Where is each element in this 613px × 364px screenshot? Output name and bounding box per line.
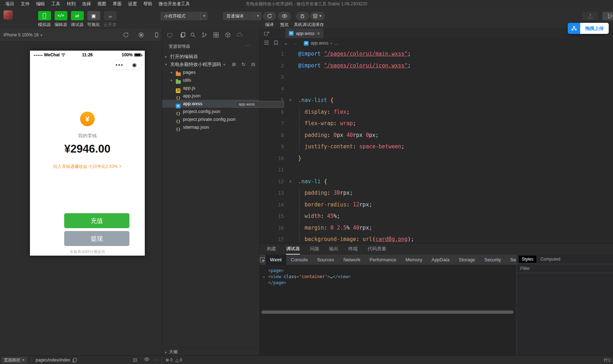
bug-icon[interactable] bbox=[133, 357, 138, 363]
menu-item[interactable]: 转到 bbox=[63, 0, 79, 8]
phone-mode-icon[interactable] bbox=[154, 32, 159, 38]
menu-item[interactable]: 文件 bbox=[17, 0, 33, 8]
panel-tab-代码质量[interactable]: 代码质量 bbox=[368, 243, 386, 255]
tree-item-app.json[interactable]: {}app.json bbox=[162, 92, 259, 100]
close-icon[interactable]: × bbox=[317, 31, 320, 36]
preview-button[interactable] bbox=[278, 12, 291, 20]
tree-item-pages[interactable]: ▸pages bbox=[162, 68, 259, 76]
more-icon[interactable]: ··· bbox=[245, 43, 251, 48]
layout-icon[interactable]: ▣ bbox=[87, 11, 100, 20]
styles-tab-Styles[interactable]: Styles bbox=[519, 256, 536, 263]
nav-back-icon[interactable]: ← bbox=[284, 41, 288, 46]
wxml-node-0[interactable]: <page> bbox=[263, 268, 516, 274]
menu-item[interactable]: 编辑 bbox=[33, 0, 48, 8]
devtools-tab-Security[interactable]: Security bbox=[480, 255, 506, 265]
menu-item[interactable]: 工具 bbox=[48, 0, 63, 8]
detach-window-icon[interactable] bbox=[167, 32, 173, 38]
wxml-node-1[interactable]: ▸<view class="container">…</view> bbox=[263, 274, 516, 280]
more-icon[interactable]: ●●● bbox=[112, 63, 127, 67]
devtools-tab-Console[interactable]: Console bbox=[286, 255, 313, 265]
devtools-tab-Sources[interactable]: Sources bbox=[312, 255, 339, 265]
compile-mode-select[interactable]: 普通编译 ▼ bbox=[223, 12, 261, 20]
styles-filter[interactable]: Filter bbox=[517, 264, 613, 273]
close-capsule-icon[interactable]: ◉ bbox=[127, 62, 142, 68]
problem-counts[interactable]: ⊗ 0 △ 0 bbox=[165, 356, 182, 364]
record-icon[interactable] bbox=[138, 32, 144, 38]
fold-icon[interactable]: ∨ bbox=[287, 176, 294, 188]
more-icon[interactable]: ··· bbox=[154, 357, 160, 363]
upload-button[interactable] bbox=[582, 12, 598, 20]
cloud-icon[interactable] bbox=[236, 32, 242, 38]
eye-icon[interactable] bbox=[144, 357, 150, 363]
clear-cache-button[interactable]: ▼ bbox=[310, 12, 325, 20]
devtools-tab-Performance[interactable]: Performance bbox=[365, 255, 401, 265]
promo-link[interactable]: 转入零钱通赚收益 七日年化2.43% > bbox=[30, 164, 145, 170]
outline-list-icon[interactable] bbox=[264, 40, 270, 46]
tree-item-project.private.config.json[interactable]: {}project.private.config.json bbox=[162, 116, 259, 123]
tree-item-utils[interactable]: ▸utils bbox=[162, 76, 259, 84]
phone-icon[interactable] bbox=[38, 11, 51, 20]
device-debug-button[interactable] bbox=[296, 12, 309, 20]
recharge-button[interactable]: 充值 bbox=[64, 213, 129, 228]
collapse-all-icon[interactable]: ⊟ bbox=[251, 61, 256, 68]
menu-item[interactable]: 设置 bbox=[125, 0, 140, 8]
code-icon[interactable]: </> bbox=[55, 11, 67, 20]
fold-icon[interactable]: ∨ bbox=[287, 94, 294, 106]
page-path-selector[interactable]: 页面路径 ▼ bbox=[2, 357, 27, 363]
inspect-element-icon[interactable] bbox=[260, 255, 265, 265]
files-icon[interactable] bbox=[180, 32, 186, 38]
devtools-tab-Network[interactable]: Network bbox=[339, 255, 365, 265]
tree-project-root[interactable]: ▾充电余额特效小程序源码＋⊞↻⊟ bbox=[162, 61, 259, 68]
menu-item[interactable]: 微信开发者工具 bbox=[155, 0, 193, 8]
page-path: pages/index/index bbox=[36, 356, 77, 364]
withdraw-button[interactable]: 提现 bbox=[64, 231, 129, 246]
rotate-icon[interactable] bbox=[123, 32, 129, 38]
new-file-icon[interactable]: ＋ bbox=[222, 61, 227, 68]
search-icon[interactable] bbox=[190, 32, 196, 38]
debug-icon[interactable]: ⇄ bbox=[71, 11, 84, 20]
tab-app-wxss[interactable]: ≈ app.wxss × bbox=[285, 29, 323, 38]
code-area[interactable]: 1@import "/pages/colorui/main.wxss";2@im… bbox=[260, 48, 613, 243]
device-selector[interactable]: iPhone 5 100% 16 ▼ bbox=[4, 29, 43, 42]
mode-select[interactable]: 小程序模式 ▼ bbox=[160, 12, 208, 20]
refresh-icon[interactable]: ↻ bbox=[241, 61, 246, 68]
wxml-node-2[interactable]: </page> bbox=[263, 280, 516, 286]
tree-item-app.js[interactable]: JSapp.js bbox=[162, 84, 259, 92]
horizontal-scrollbar[interactable] bbox=[261, 311, 514, 314]
new-window-icon[interactable] bbox=[264, 31, 270, 36]
tree-item-project.config.json[interactable]: {}project.config.json bbox=[162, 108, 259, 116]
package-icon[interactable] bbox=[225, 32, 231, 38]
styles-tab-Computed[interactable]: Computed bbox=[538, 256, 563, 263]
cloud-icon[interactable]: ☁ bbox=[104, 11, 117, 20]
menu-item[interactable]: 帮助 bbox=[140, 0, 155, 8]
menu-item[interactable]: 选择 bbox=[79, 0, 94, 8]
devtools-tab-AppData[interactable]: AppData bbox=[427, 255, 454, 265]
devtools-tab-Wxml[interactable]: Wxml bbox=[265, 255, 286, 265]
tree-section-open-editors[interactable]: ▸打开的编辑器 bbox=[162, 53, 259, 61]
expand-icon[interactable]: ▸ bbox=[263, 274, 265, 280]
new-folder-icon[interactable]: ⊞ bbox=[231, 61, 236, 68]
wxml-tree[interactable]: <page>▸<view class="container">…</view><… bbox=[260, 265, 516, 355]
panel-tab-构建[interactable]: 构建 bbox=[267, 243, 276, 255]
menu-item[interactable]: 项目 bbox=[2, 0, 17, 8]
breadcrumb[interactable]: ≈ app.wxss › … bbox=[304, 41, 338, 46]
menu-item[interactable]: 界面 bbox=[109, 0, 125, 8]
tree-item-sitemap.json[interactable]: {}sitemap.json bbox=[162, 123, 259, 131]
copy-icon[interactable] bbox=[72, 358, 77, 363]
avatar[interactable] bbox=[4, 10, 13, 20]
version-control-button[interactable] bbox=[602, 12, 613, 20]
debugger-panel: 构建调试器问题输出终端代码质量 WxmlConsoleSourcesNetwor… bbox=[260, 243, 613, 355]
git-icon[interactable] bbox=[201, 32, 207, 38]
panel-tab-输出[interactable]: 输出 bbox=[329, 243, 338, 255]
panel-tab-问题[interactable]: 问题 bbox=[310, 243, 319, 255]
panel-tab-终端[interactable]: 终端 bbox=[348, 243, 358, 255]
outline-section[interactable]: ▸大纲 bbox=[162, 348, 259, 355]
bug-icon bbox=[300, 14, 305, 19]
compile-button[interactable] bbox=[263, 12, 276, 20]
bookmark-icon[interactable] bbox=[274, 40, 280, 46]
devtools-tab-Storage[interactable]: Storage bbox=[454, 255, 480, 265]
devtools-tab-Memory[interactable]: Memory bbox=[401, 255, 427, 265]
extensions-icon[interactable] bbox=[213, 32, 219, 38]
menu-item[interactable]: 视图 bbox=[94, 0, 109, 8]
panel-tab-调试器[interactable]: 调试器 bbox=[286, 243, 300, 255]
